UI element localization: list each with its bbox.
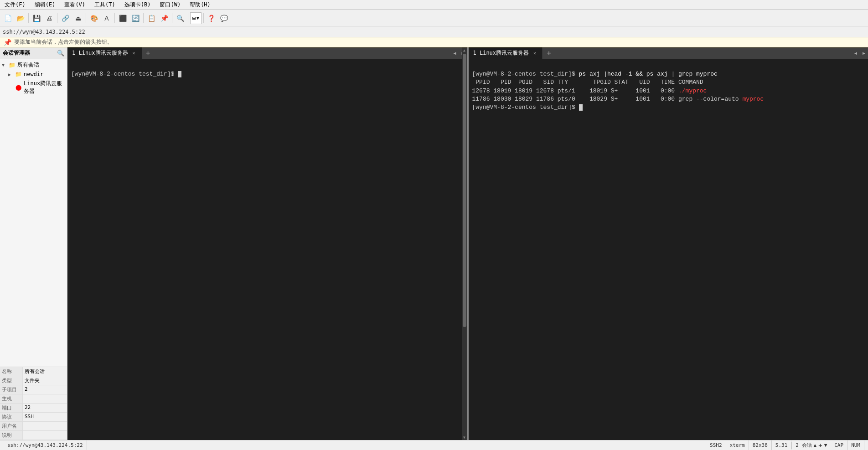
copy-button[interactable]: 📋 bbox=[145, 12, 157, 24]
scrollbar-left[interactable]: ▲ ▼ bbox=[462, 47, 467, 440]
help-button[interactable]: ❓ bbox=[206, 12, 217, 24]
info-row-desc: 说明 bbox=[0, 431, 67, 440]
sidebar-item-all-sessions[interactable]: ▼ 📁 所有会话 bbox=[0, 60, 67, 70]
tab-right-prev[interactable]: ◀ bbox=[852, 47, 860, 59]
terminal-area: 1 Linux腾讯云服务器 ✕ + ◀ ▶ [wyn@VM-8-2-centos… bbox=[67, 47, 868, 440]
sidebar-search-icon[interactable]: 🔍 bbox=[57, 50, 64, 56]
info-row-host: 主机 bbox=[0, 394, 67, 404]
tab-bar-left: 1 Linux腾讯云服务器 ✕ + ◀ ▶ bbox=[67, 47, 467, 59]
right-row-1: 12678 18019 18019 12678 pts/1 18019 S+ 1… bbox=[472, 87, 678, 94]
right-command: ps axj |head -1 && ps axj | grep myproc bbox=[579, 71, 718, 77]
server-icon-linux: ⬤ bbox=[15, 84, 22, 91]
menu-file[interactable]: 文件(F) bbox=[2, 0, 28, 10]
tab-right-add[interactable]: + bbox=[543, 47, 555, 59]
tree-label-linux: Linux腾讯云服务器 bbox=[24, 80, 65, 95]
tree-label-all: 所有会话 bbox=[17, 61, 39, 69]
info-label-name: 名称 bbox=[0, 367, 23, 376]
info-value-name: 所有会话 bbox=[23, 367, 46, 376]
find-button[interactable]: 🔍 bbox=[174, 12, 186, 24]
right-prompt-1: [wyn@VM-8-2-centos test_dir]$ bbox=[472, 71, 579, 77]
scroll-thumb-left[interactable] bbox=[463, 54, 466, 327]
main-area: 会话管理器 🔍 ▼ 📁 所有会话 ▶ 📁 newdir ⬤ Linux腾讯云服务… bbox=[0, 47, 868, 440]
address-bar: ssh://wyn@43.143.224.5:22 bbox=[0, 26, 868, 37]
info-value-type: 文件夹 bbox=[23, 376, 41, 385]
status-protocol: SSH2 bbox=[706, 440, 726, 450]
tab-right-1-label: 1 Linux腾讯云服务器 bbox=[473, 49, 529, 57]
tab-right-next[interactable]: ▶ bbox=[860, 47, 868, 59]
right-prompt-2: [wyn@VM-8-2-centos test_dir]$ bbox=[472, 104, 579, 111]
scroll-down-left[interactable]: ▼ bbox=[462, 435, 467, 440]
info-label-host: 主机 bbox=[0, 394, 23, 403]
info-value-subitems: 2 bbox=[23, 385, 30, 394]
layout-dropdown[interactable]: ⊞▼ bbox=[190, 12, 202, 24]
toolbar-separator-3 bbox=[86, 13, 86, 23]
info-label-port: 端口 bbox=[0, 404, 23, 412]
status-cap: CAP bbox=[831, 440, 847, 450]
right-header-row: PPID PID PGID SID TTY TPGID STAT UID TIM… bbox=[472, 79, 703, 86]
terminal-content-left[interactable]: [wyn@VM-8-2-centos test_dir]$ bbox=[67, 59, 467, 440]
info-row-subitems: 子项目 2 bbox=[0, 385, 67, 394]
expander-newdir: ▶ bbox=[8, 72, 14, 77]
right-row-2-cmd: myproc bbox=[742, 96, 764, 102]
tab-left-prev[interactable]: ◀ bbox=[451, 47, 459, 59]
reload-button[interactable]: 🔄 bbox=[129, 12, 141, 24]
info-row-port: 端口 22 bbox=[0, 404, 67, 413]
toolbar-separator-5 bbox=[143, 13, 144, 23]
info-row-protocol: 协议 SSH bbox=[0, 413, 67, 422]
info-label-subitems: 子项目 bbox=[0, 385, 23, 394]
toolbar: 📄 📂 💾 🖨 🔗 ⏏ 🎨 A ⬛ 🔄 📋 📌 🔍 ⊞▼ ❓ 💬 bbox=[0, 10, 868, 26]
status-size: 82x38 bbox=[749, 440, 772, 450]
status-sessions: 2 会话 ▲ + ▼ bbox=[791, 442, 831, 449]
font-button[interactable]: A bbox=[101, 12, 113, 24]
paste-button[interactable]: 📌 bbox=[158, 12, 170, 24]
menu-view[interactable]: 查看(V) bbox=[62, 0, 88, 10]
tab-right-1-close[interactable]: ✕ bbox=[532, 50, 538, 56]
menu-tools[interactable]: 工具(T) bbox=[92, 0, 118, 10]
save-button[interactable]: 💾 bbox=[31, 12, 42, 24]
menu-edit[interactable]: 编辑(E) bbox=[32, 0, 58, 10]
connect-button[interactable]: 🔗 bbox=[59, 12, 71, 24]
sidebar-header: 会话管理器 🔍 bbox=[0, 47, 67, 59]
status-right: SSH2 xterm 82x38 5,31 2 会话 ▲ + ▼ CAP NUM bbox=[706, 440, 864, 450]
print-button[interactable]: 🖨 bbox=[43, 12, 55, 24]
sessions-up-arrow[interactable]: ▲ bbox=[814, 442, 817, 448]
disconnect-button[interactable]: ⏏ bbox=[72, 12, 84, 24]
new-session-button[interactable]: 📄 bbox=[2, 12, 14, 24]
sidebar-item-linux[interactable]: ⬤ Linux腾讯云服务器 bbox=[6, 79, 67, 96]
sidebar-item-newdir[interactable]: ▶ 📁 newdir bbox=[6, 70, 67, 79]
sidebar: 会话管理器 🔍 ▼ 📁 所有会话 ▶ 📁 newdir ⬤ Linux腾讯云服务… bbox=[0, 47, 67, 440]
status-position: 5,31 bbox=[772, 440, 792, 450]
tab-left-1-label: 1 Linux腾讯云服务器 bbox=[72, 49, 128, 57]
info-value-host bbox=[23, 394, 26, 403]
tree-label-newdir: newdir bbox=[24, 71, 43, 77]
sessions-add-icon[interactable]: + bbox=[818, 442, 822, 449]
tab-left-add[interactable]: + bbox=[142, 47, 154, 59]
tab-left-1-close[interactable]: ✕ bbox=[131, 50, 137, 56]
menu-bar: 文件(F) 编辑(E) 查看(V) 工具(T) 选项卡(B) 窗口(W) 帮助(… bbox=[0, 0, 868, 10]
tab-right-1[interactable]: 1 Linux腾讯云服务器 ✕ bbox=[469, 47, 543, 59]
right-row-2: 11786 18030 18029 11786 pts/0 18029 S+ 1… bbox=[472, 96, 743, 102]
cursor-left bbox=[178, 71, 181, 77]
toolbar-separator-6 bbox=[172, 13, 172, 23]
toolbar-separator-1 bbox=[28, 13, 29, 23]
toolbar-separator-2 bbox=[57, 13, 57, 23]
chat-button[interactable]: 💬 bbox=[218, 12, 230, 24]
info-label-desc: 说明 bbox=[0, 431, 23, 440]
address-text: ssh://wyn@43.143.224.5:22 bbox=[3, 29, 85, 35]
open-button[interactable]: 📂 bbox=[15, 12, 26, 24]
color-button[interactable]: 🎨 bbox=[88, 12, 100, 24]
sidebar-title: 会话管理器 bbox=[3, 49, 30, 57]
status-connection: ssh://wyn@43.143.224.5:22 bbox=[4, 440, 87, 450]
menu-window[interactable]: 窗口(W) bbox=[157, 0, 183, 10]
terminal-content-right[interactable]: [wyn@VM-8-2-centos test_dir]$ ps axj |he… bbox=[469, 59, 868, 440]
info-row-type: 类型 文件夹 bbox=[0, 376, 67, 385]
info-value-protocol: SSH bbox=[23, 413, 36, 421]
scroll-up-left[interactable]: ▲ bbox=[462, 47, 467, 53]
menu-tabs[interactable]: 选项卡(B) bbox=[122, 0, 154, 10]
tab-left-1[interactable]: 1 Linux腾讯云服务器 ✕ bbox=[67, 47, 142, 59]
left-prompt: [wyn@VM-8-2-centos test_dir]$ bbox=[71, 71, 178, 77]
stop-button[interactable]: ⬛ bbox=[117, 12, 129, 24]
menu-help[interactable]: 帮助(H) bbox=[187, 0, 213, 10]
info-label-type: 类型 bbox=[0, 376, 23, 385]
sessions-down-arrow[interactable]: ▼ bbox=[824, 442, 827, 448]
